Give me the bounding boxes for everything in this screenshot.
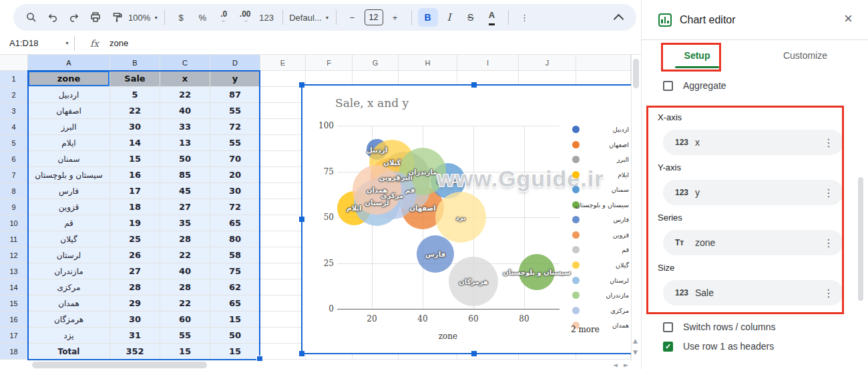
legend-item[interactable]: لرستان xyxy=(302,276,630,285)
cell-B13[interactable]: 27 xyxy=(110,263,160,279)
cell-B15[interactable]: 29 xyxy=(110,295,160,312)
cell-C7[interactable]: 85 xyxy=(160,167,210,183)
legend-item[interactable]: البرز xyxy=(302,155,630,164)
cell-D18[interactable]: 15 xyxy=(210,344,260,360)
scroll-down-icon[interactable]: ▼ xyxy=(633,349,638,356)
cell-empty[interactable] xyxy=(260,263,306,279)
cell-empty[interactable] xyxy=(260,295,306,312)
cell-B4[interactable]: 30 xyxy=(110,119,160,135)
cell-A13[interactable]: مازندران xyxy=(28,263,110,279)
cell-B12[interactable]: 26 xyxy=(110,247,160,263)
increase-font-size-button[interactable]: + xyxy=(385,8,405,27)
cell-empty[interactable] xyxy=(260,183,306,199)
zoom-select[interactable]: 100% ▼ xyxy=(128,8,158,27)
cell-D2[interactable]: 87 xyxy=(210,87,260,103)
cell-A6[interactable]: سمنان xyxy=(28,151,110,167)
cell-A5[interactable]: ایلام xyxy=(28,135,110,151)
legend-more-label[interactable]: 2 more xyxy=(571,325,600,334)
cell-B18[interactable]: 352 xyxy=(110,344,160,360)
cell-A14[interactable]: مرکزی xyxy=(28,279,110,295)
cell-A2[interactable]: اردبیل xyxy=(28,87,110,103)
redo-icon[interactable] xyxy=(64,8,84,27)
column-header-C[interactable]: C xyxy=(160,55,210,71)
paint-format-icon[interactable] xyxy=(107,8,127,27)
search-icon[interactable] xyxy=(21,8,41,27)
more-vert-icon[interactable]: ⋮ xyxy=(823,237,834,249)
cell-A10[interactable]: قم xyxy=(28,215,110,231)
decrease-font-size-button[interactable]: − xyxy=(343,8,363,27)
cell-C10[interactable]: 35 xyxy=(160,215,210,231)
cell-D12[interactable]: 58 xyxy=(210,247,260,263)
row-header-15[interactable]: 15 xyxy=(0,295,28,312)
cell-D15[interactable]: 65 xyxy=(210,295,260,312)
cell-empty[interactable] xyxy=(260,119,306,135)
font-size-input[interactable]: 12 xyxy=(364,8,384,27)
cell-empty[interactable] xyxy=(260,279,306,295)
panel-scrollbar-thumb[interactable] xyxy=(858,177,863,301)
scroll-up-icon[interactable]: ▲ xyxy=(633,338,638,344)
horizontal-scrollbar-thumb[interactable] xyxy=(32,362,207,368)
cell-empty[interactable] xyxy=(260,167,306,183)
cell-D1[interactable]: y xyxy=(210,71,260,87)
field-x-axis[interactable]: 123x⋮ xyxy=(663,130,843,155)
vertical-scrollbar[interactable] xyxy=(631,55,641,361)
cell-C13[interactable]: 40 xyxy=(160,263,210,279)
cell-A8[interactable]: فارس xyxy=(28,183,110,199)
cell-A12[interactable]: لرستان xyxy=(28,247,110,263)
column-header-I[interactable]: I xyxy=(457,55,519,71)
cell-empty[interactable] xyxy=(260,328,306,344)
cell-A9[interactable]: قزوین xyxy=(28,199,110,215)
row-header-11[interactable]: 11 xyxy=(0,231,28,247)
cell-C17[interactable]: 55 xyxy=(160,328,210,344)
chart-resize-handle[interactable] xyxy=(299,351,304,356)
column-header-E[interactable]: E xyxy=(260,55,306,71)
aggregate-checkbox[interactable] xyxy=(663,81,673,91)
cell-C11[interactable]: 28 xyxy=(160,231,210,247)
cell-B9[interactable]: 18 xyxy=(110,199,160,215)
cell-C9[interactable]: 27 xyxy=(160,199,210,215)
legend-item[interactable]: اردبیل xyxy=(302,125,630,134)
cell-D9[interactable]: 72 xyxy=(210,199,260,215)
cell-B1[interactable]: Sale xyxy=(110,71,160,87)
switch-rows-checkbox[interactable] xyxy=(663,322,673,332)
row-header-3[interactable]: 3 xyxy=(0,103,28,119)
row-header-1[interactable]: 1 xyxy=(0,71,28,87)
cell-C14[interactable]: 28 xyxy=(160,279,210,295)
bold-button[interactable]: B xyxy=(418,8,438,27)
field-size[interactable]: 123Sale⋮ xyxy=(663,280,843,305)
cell-D3[interactable]: 55 xyxy=(210,103,260,119)
cell-C3[interactable]: 40 xyxy=(160,103,210,119)
legend-item[interactable]: مرکزی xyxy=(302,306,630,316)
cell-B2[interactable]: 5 xyxy=(110,87,160,103)
legend-item[interactable]: ایلام xyxy=(302,170,630,180)
column-header-J[interactable]: J xyxy=(519,55,576,71)
formula-input[interactable]: zone xyxy=(110,38,128,48)
chart-resize-handle[interactable] xyxy=(471,82,477,88)
row-header-13[interactable]: 13 xyxy=(0,263,28,279)
tab-customize[interactable]: Customize xyxy=(775,50,835,61)
cell-A3[interactable]: اصفهان xyxy=(28,103,110,119)
cell-empty[interactable] xyxy=(260,312,306,328)
cell-B14[interactable]: 28 xyxy=(110,279,160,295)
cell-empty[interactable] xyxy=(260,135,306,151)
cell-A17[interactable]: یزد xyxy=(28,328,110,344)
bubble-chart[interactable]: Sale, x and y 025507510020406080اردبیلاص… xyxy=(302,86,631,353)
cell-C18[interactable]: 15 xyxy=(160,344,210,360)
row-header-6[interactable]: 6 xyxy=(0,151,28,167)
row-header-17[interactable]: 17 xyxy=(0,328,28,344)
cell-D16[interactable]: 15 xyxy=(210,312,260,328)
chart-resize-handle[interactable] xyxy=(299,217,304,222)
cell-B17[interactable]: 31 xyxy=(110,328,160,344)
column-header-H[interactable]: H xyxy=(399,55,457,71)
column-header-B[interactable]: B xyxy=(110,55,160,71)
italic-button[interactable]: I xyxy=(439,8,459,27)
more-vert-icon[interactable]: ⋮ xyxy=(823,287,834,299)
cell-D8[interactable]: 30 xyxy=(210,183,260,199)
number-format-button[interactable]: 123 xyxy=(256,8,276,27)
undo-icon[interactable] xyxy=(43,8,63,27)
legend-item[interactable]: فارس xyxy=(302,215,630,225)
cell-C2[interactable]: 22 xyxy=(160,87,210,103)
cell-D14[interactable]: 62 xyxy=(210,279,260,295)
chart-resize-handle[interactable] xyxy=(471,351,477,356)
currency-button[interactable]: $ xyxy=(171,8,191,27)
